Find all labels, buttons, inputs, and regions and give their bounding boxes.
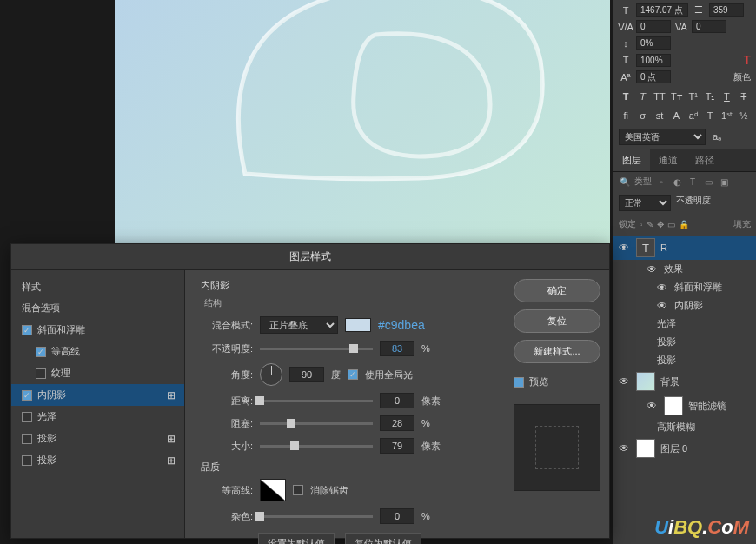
add-effect-icon[interactable]: ⊞ [167, 454, 176, 467]
filter-pixel-icon[interactable]: ▫ [655, 176, 667, 188]
style-texture[interactable]: 纹理 [11, 362, 184, 384]
layer-fx-gloss[interactable]: 光泽 [613, 315, 756, 333]
layer-0[interactable]: 👁 图层 0 [613, 436, 756, 461]
antialias-checkbox[interactable] [293, 485, 303, 495]
layer-gaussian[interactable]: 高斯模糊 [613, 418, 756, 436]
blend-mode-select[interactable]: 正片叠底 [260, 316, 338, 334]
opacity-input[interactable] [380, 341, 414, 356]
subscript-button[interactable]: T₁ [703, 89, 717, 104]
checkbox-icon[interactable] [36, 368, 46, 379]
global-light-checkbox[interactable]: ✓ [348, 369, 358, 380]
italic-button[interactable]: T [635, 89, 649, 104]
ot-ad-button[interactable]: aᵈ [686, 108, 700, 123]
distance-slider[interactable] [260, 400, 373, 402]
visibility-icon[interactable]: 👁 [647, 400, 659, 412]
layer-fx-drop-shadow-2[interactable]: 投影 [613, 351, 756, 369]
blending-options[interactable]: 混合选项 [11, 297, 184, 319]
filter-text-icon[interactable]: T [686, 176, 699, 188]
style-contour[interactable]: ✓等高线 [11, 341, 184, 362]
add-effect-icon[interactable]: ⊞ [167, 389, 176, 401]
filter-adjust-icon[interactable]: ◐ [671, 176, 683, 188]
layer-r[interactable]: 👁 T R [613, 236, 756, 260]
vscale-input[interactable] [636, 36, 671, 50]
style-satin[interactable]: 光泽 [11, 406, 184, 428]
angle-dial[interactable] [260, 363, 282, 386]
font-size-input[interactable] [636, 3, 688, 17]
kerning-input[interactable] [636, 20, 671, 33]
tab-channels[interactable]: 通道 [650, 149, 686, 171]
lock-brush-icon[interactable]: ✎ [647, 220, 653, 229]
color-swatch-icon[interactable]: T [743, 53, 751, 67]
leading-input[interactable] [709, 3, 744, 17]
lock-all-icon[interactable]: 🔒 [679, 220, 689, 229]
style-bevel[interactable]: ✓斜面和浮雕 [11, 319, 184, 341]
opacity-slider[interactable] [260, 348, 373, 350]
ot-fi-button[interactable]: fi [619, 108, 633, 123]
baseline-input[interactable] [636, 70, 671, 83]
ot-st-button[interactable]: st [653, 108, 666, 123]
style-inner-shadow[interactable]: ✓内阴影⊞ [11, 384, 184, 406]
filter-shape-icon[interactable]: ▭ [702, 176, 714, 188]
visibility-icon[interactable]: 👁 [657, 282, 669, 294]
size-slider[interactable] [260, 445, 373, 448]
ot-T-button[interactable]: T [703, 108, 717, 123]
language-select[interactable]: 美国英语 [619, 129, 706, 145]
checkbox-icon[interactable]: ✓ [22, 390, 32, 401]
layer-effects[interactable]: 👁 效果 [613, 260, 756, 278]
distance-input[interactable] [380, 393, 414, 408]
lock-artboard-icon[interactable]: ▭ [667, 220, 675, 229]
lock-pixels-icon[interactable]: ▫ [640, 220, 643, 229]
choke-input[interactable] [380, 415, 414, 431]
ot-sigma-button[interactable]: σ [635, 108, 649, 123]
checkbox-icon[interactable]: ✓ [22, 325, 32, 335]
antialias-select[interactable]: aₐ [709, 129, 725, 145]
preview-checkbox[interactable] [514, 377, 524, 388]
ot-A-button[interactable]: A [669, 108, 683, 123]
layer-fx-inner-shadow[interactable]: 👁 内阴影 [613, 296, 756, 315]
bold-button[interactable]: T [619, 89, 633, 104]
checkbox-icon[interactable] [22, 412, 32, 422]
noise-input[interactable] [380, 508, 414, 524]
contour-picker[interactable] [260, 479, 286, 501]
layer-fx-bevel[interactable]: 👁 斜面和浮雕 [613, 278, 756, 296]
noise-slider[interactable] [260, 515, 373, 518]
visibility-icon[interactable]: 👁 [619, 442, 631, 454]
size-input[interactable] [380, 438, 414, 454]
layer-fx-drop-shadow[interactable]: 投影 [613, 333, 756, 351]
tab-layers[interactable]: 图层 [613, 149, 650, 171]
ot-half-button[interactable]: ½ [737, 108, 751, 123]
tab-paths[interactable]: 路径 [686, 149, 723, 171]
smallcaps-button[interactable]: Tᴛ [669, 89, 683, 104]
style-drop-shadow[interactable]: 投影⊞ [11, 428, 184, 449]
new-style-button[interactable]: 新建样式... [514, 340, 600, 363]
tracking-input[interactable] [692, 20, 726, 33]
visibility-icon[interactable]: 👁 [619, 375, 631, 388]
angle-input[interactable] [289, 367, 324, 382]
visibility-icon[interactable]: 👁 [647, 263, 659, 275]
filter-smart-icon[interactable]: ▣ [718, 176, 730, 188]
strike-button[interactable]: T [737, 89, 751, 104]
set-default-button[interactable]: 设置为默认值 [258, 533, 335, 544]
reset-button[interactable]: 复位 [514, 309, 600, 333]
underline-button[interactable]: T [720, 89, 733, 104]
visibility-icon[interactable]: 👁 [657, 300, 669, 312]
hscale-input[interactable] [636, 54, 671, 67]
style-drop-shadow-2[interactable]: 投影⊞ [11, 449, 184, 471]
color-swatch[interactable] [345, 318, 371, 332]
lock-position-icon[interactable]: ✥ [657, 220, 664, 229]
checkbox-icon[interactable] [22, 455, 32, 466]
choke-slider[interactable] [260, 422, 373, 425]
superscript-button[interactable]: T¹ [686, 89, 700, 104]
layer-blend-select[interactable]: 正常 [619, 195, 671, 211]
reset-default-button[interactable]: 复位为默认值 [345, 533, 421, 544]
checkbox-icon[interactable]: ✓ [36, 347, 46, 357]
checkbox-icon[interactable] [22, 434, 32, 444]
ot-1st-button[interactable]: 1ˢᵗ [720, 108, 733, 123]
allcaps-button[interactable]: TT [653, 89, 666, 104]
ok-button[interactable]: 确定 [514, 279, 600, 302]
layer-background[interactable]: 👁 背景 [613, 369, 756, 394]
search-icon[interactable]: 🔍 [619, 176, 631, 188]
add-effect-icon[interactable]: ⊞ [167, 433, 176, 445]
layer-smart-filter[interactable]: 👁 智能滤镜 [613, 394, 756, 418]
visibility-icon[interactable]: 👁 [619, 242, 631, 254]
